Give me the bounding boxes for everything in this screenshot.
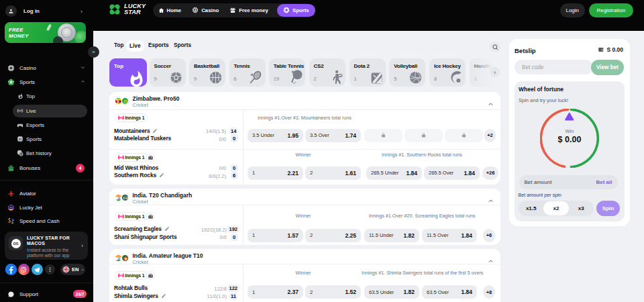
svg-text:T20: T20 bbox=[123, 197, 129, 200]
svg-text:31: 31 bbox=[19, 138, 22, 141]
